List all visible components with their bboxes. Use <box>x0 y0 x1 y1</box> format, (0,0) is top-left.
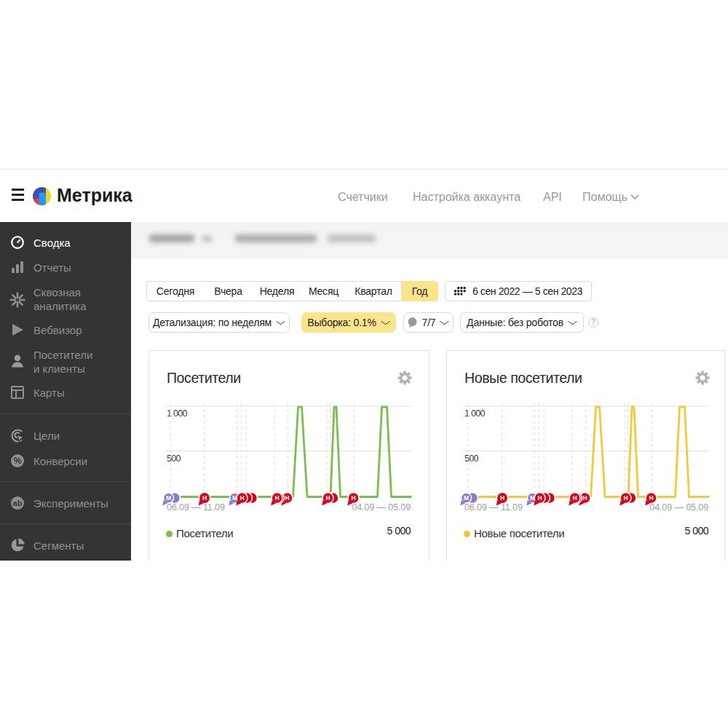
svg-text:Н: Н <box>274 494 279 502</box>
svg-text:М: М <box>166 494 171 502</box>
svg-text:%: % <box>14 456 22 466</box>
svg-text:Н: Н <box>500 494 505 502</box>
svg-text:Н: Н <box>537 494 542 502</box>
svg-text:Н: Н <box>649 494 653 502</box>
svg-text:Н: Н <box>285 494 289 502</box>
svg-text:Н: Н <box>351 494 355 502</box>
svg-text:Н: Н <box>325 494 330 502</box>
svg-text:ab: ab <box>13 499 23 507</box>
svg-text:Н: Н <box>202 494 207 502</box>
svg-text:Н: Н <box>572 494 577 502</box>
svg-text:М: М <box>464 494 469 502</box>
svg-text:Н: Н <box>623 494 628 502</box>
svg-text:Н: Н <box>582 494 587 502</box>
svg-text:Н: Н <box>240 494 244 502</box>
